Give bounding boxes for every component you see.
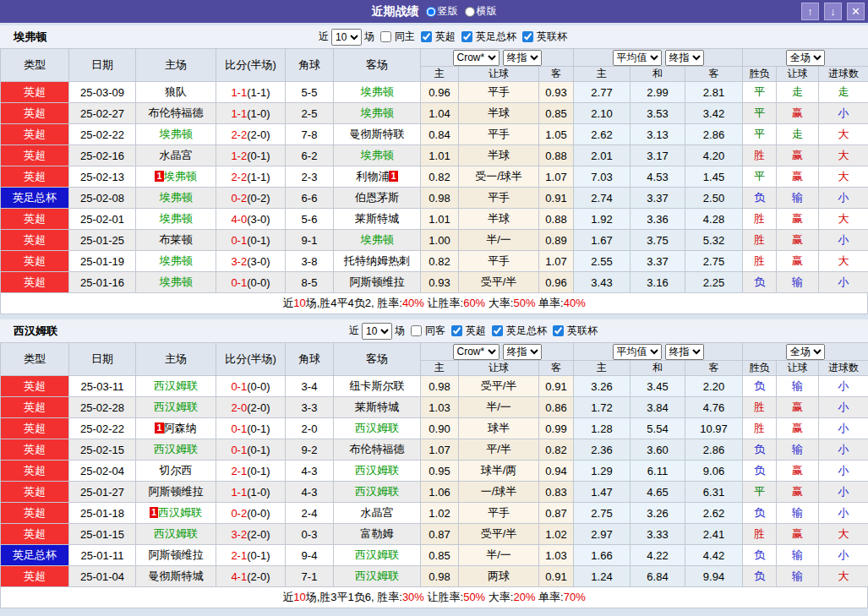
same-venue-checkbox[interactable] [411, 325, 422, 336]
handicap-odds-away: 0.89 [539, 230, 574, 251]
home-team-cell: 埃弗顿 [136, 209, 216, 230]
home-team-name: 埃弗顿 [160, 128, 193, 140]
away-team-cell: 莱斯特城 [334, 397, 421, 418]
full-time-score: 2-2 [231, 128, 247, 141]
handicap-line: 半/一 [459, 230, 539, 251]
final-odds-select[interactable]: 终指 [503, 344, 542, 360]
result-handicap: 输 [777, 545, 819, 566]
odds-company-select[interactable]: Crow* [453, 344, 500, 360]
handicap-odds-home: 1.07 [421, 439, 459, 461]
half-time-score: (0-1) [247, 444, 270, 456]
odds-company-select[interactable]: Crow* [453, 50, 500, 66]
handicap-line: 半球 [459, 103, 539, 124]
final-average-select[interactable]: 终指 [665, 344, 704, 360]
handicap-odds-home: 0.85 [421, 545, 459, 566]
title-bar: 近期战绩 竖版 横版 ↑ ↓ ✕ [0, 0, 868, 23]
match-score-cell: 4-0(3-0) [216, 209, 286, 230]
corner-score: 9-1 [286, 230, 334, 251]
result-handicap: 赢 [777, 397, 819, 418]
final-odds-select[interactable]: 终指 [503, 50, 542, 66]
handicap-odds-home: 1.03 [421, 397, 459, 418]
match-score-cell: 0-1(0-0) [216, 376, 286, 397]
matches-label: 场 [364, 30, 374, 44]
avg-odds-draw: 3.17 [631, 145, 685, 166]
handicap-line: 平手 [459, 124, 539, 145]
away-team-name: 西汉姆联 [355, 570, 399, 582]
league-badge: 英超 [1, 439, 69, 461]
match-date: 25-02-16 [69, 145, 136, 166]
final-average-select[interactable]: 终指 [665, 50, 704, 66]
away-team-cell: 阿斯顿维拉 [334, 272, 421, 293]
home-team-cell: 布莱顿 [136, 230, 216, 251]
summary-text: 大率: [485, 591, 513, 603]
same-venue-checkbox[interactable] [380, 31, 391, 42]
avg-odds-home: 2.62 [574, 124, 631, 145]
close-button[interactable]: ✕ [847, 3, 865, 20]
league-badge: 英超 [1, 418, 69, 439]
result-handicap: 输 [777, 439, 819, 461]
result-wdl: 胜 [743, 524, 777, 545]
layout-horizontal-option[interactable]: 横版 [465, 4, 497, 19]
home-team-name: 西汉姆联 [158, 506, 202, 519]
half-time-score: (0-1) [247, 234, 270, 247]
league-epl-checkbox[interactable] [451, 325, 462, 336]
avg-odds-draw: 6.84 [631, 566, 685, 587]
avg-odds-home: 1.24 [574, 566, 631, 587]
handicap-odds-home: 0.98 [421, 566, 459, 587]
league-badge: 英超 [1, 124, 69, 145]
match-count-select[interactable]: 10 [362, 323, 392, 340]
league-eflcup-checkbox[interactable] [553, 325, 564, 336]
near-label: 近 [349, 324, 359, 338]
match-row: 英足总杯 25-01-11 阿斯顿维拉 2-1(0-1) 9-4 西汉姆联 0.… [1, 545, 868, 566]
half-time-score: (0-0) [247, 507, 270, 520]
handicap-odds-away: 1.05 [539, 124, 574, 145]
home-team-cell: 1埃弗顿 [136, 166, 216, 188]
league-badge: 英超 [1, 209, 69, 230]
average-select[interactable]: 平均值 [613, 344, 662, 360]
league-epl-label: 英超 [435, 30, 456, 44]
result-wdl: 平 [743, 103, 777, 124]
home-team-name: 布莱顿 [160, 233, 193, 246]
layout-vertical-radio[interactable] [426, 7, 436, 17]
league-eflcup-checkbox[interactable] [522, 31, 533, 42]
match-row: 英超 25-01-25 布莱顿 0-1(0-1) 9-1 埃弗顿 1.00 半/… [1, 230, 868, 251]
corner-score: 6-2 [286, 145, 334, 166]
away-team-cell: 托特纳姆热刺 [334, 251, 421, 272]
league-facup-label: 英足总杯 [476, 30, 516, 44]
away-team-cell: 布伦特福德 [334, 439, 421, 461]
layout-horizontal-radio[interactable] [465, 7, 475, 17]
scope-select[interactable]: 全场 [786, 344, 825, 360]
scroll-down-button[interactable]: ↓ [824, 3, 842, 20]
league-facup-checkbox[interactable] [492, 325, 503, 336]
col-away: 客场 [334, 343, 421, 376]
col-result-wdl: 胜负 [743, 67, 777, 82]
result-goals: 大 [819, 566, 868, 587]
red-card-badge: 1 [155, 422, 163, 433]
col-odds-home: 主 [421, 67, 459, 82]
full-time-score: 0-1 [231, 422, 247, 435]
home-team-cell: 阿斯顿维拉 [136, 482, 216, 503]
scope-select[interactable]: 全场 [786, 50, 825, 66]
league-epl-checkbox[interactable] [421, 31, 432, 42]
match-count-select[interactable]: 10 [331, 29, 362, 46]
corner-score: 9-4 [286, 545, 334, 566]
full-time-score: 1-1 [231, 86, 247, 99]
summary-count: 10 [293, 297, 305, 309]
layout-vertical-option[interactable]: 竖版 [426, 4, 458, 19]
handicap-odds-home: 1.06 [421, 482, 459, 503]
scroll-up-button[interactable]: ↑ [801, 3, 819, 20]
handicap-line: 半球 [459, 145, 539, 166]
result-wdl: 胜 [743, 251, 777, 272]
average-select[interactable]: 平均值 [613, 50, 662, 66]
league-facup-checkbox[interactable] [461, 31, 472, 42]
col-result-handicap: 让球 [777, 67, 819, 82]
away-team-name: 埃弗顿 [361, 85, 394, 98]
avg-odds-draw: 3.45 [631, 376, 685, 397]
handicap-line: 受一/球半 [459, 166, 539, 188]
corner-score: 9-2 [286, 439, 334, 461]
col-corner: 角球 [286, 343, 334, 376]
avg-odds-draw: 3.13 [631, 124, 685, 145]
scope-group-header: 全场 [743, 343, 868, 361]
match-row: 英超 25-02-04 切尔西 2-1(0-1) 4-3 西汉姆联 0.95 球… [1, 461, 868, 482]
home-team-name: 水晶宫 [160, 149, 193, 161]
